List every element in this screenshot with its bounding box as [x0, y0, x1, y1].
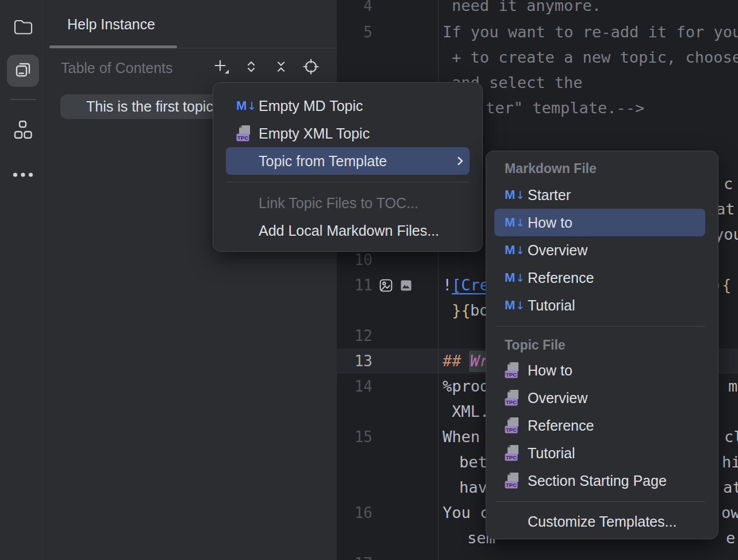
topic-file-icon: TPC: [505, 444, 528, 462]
more-tool-windows-button[interactable]: [7, 159, 39, 191]
topic-file-icon: TPC: [236, 125, 259, 142]
line-number: 14: [337, 374, 372, 399]
collapse-all-button[interactable]: [272, 59, 290, 76]
code-segment: his: [722, 450, 738, 475]
topic-file-icon: TPC: [505, 472, 528, 489]
submenu-item-reference-tpc[interactable]: TPC Reference: [494, 412, 705, 439]
code-segment: {: [722, 273, 731, 298]
toc-toolbar: Table of Contents: [46, 48, 337, 87]
line-number: 17: [337, 551, 372, 560]
topic-file-icon: TPC: [505, 389, 528, 406]
code-segment: XML.: [452, 399, 489, 424]
code-segment: need it anymore.: [452, 0, 601, 18]
code-segment: c: [724, 171, 733, 197]
add-topic-button[interactable]: [213, 59, 230, 76]
svg-text:TPC: TPC: [506, 454, 517, 461]
code-segment: %prod: [443, 374, 489, 399]
locate-file-button[interactable]: [302, 59, 320, 76]
more-icon: [13, 170, 33, 181]
markdown-file-icon: M↓: [505, 298, 528, 313]
submenu-item-tutorial-tpc[interactable]: TPC Tutorial: [494, 439, 705, 467]
project-folder-button[interactable]: [7, 11, 39, 44]
new-topic-menu: M↓ Empty MD Topic TPC Empty XML Topic To…: [213, 82, 483, 252]
writerside-tool-button[interactable]: [7, 55, 39, 87]
editor-row: 17: [337, 551, 738, 560]
folder-icon: [13, 18, 33, 37]
menu-item-empty-xml-topic[interactable]: TPC Empty XML Topic: [226, 120, 470, 147]
menu-item-add-local-markdown[interactable]: Add Local Markdown Files...: [226, 217, 470, 244]
code-segment: When: [443, 424, 480, 450]
line-number: 4: [337, 0, 372, 18]
submenu-item-how-to-md[interactable]: M↓ How to: [494, 209, 705, 236]
code-segment: !: [443, 273, 452, 298]
submenu-item-tutorial-md[interactable]: M↓ Tutorial: [494, 291, 705, 319]
line-number: 11: [337, 273, 372, 298]
activity-bar-divider: [10, 99, 36, 100]
code-segment: e: [726, 526, 735, 551]
submenu-item-section-starting-page[interactable]: TPC Section Starting Page: [494, 467, 705, 494]
editor-row: 5If you want to re-add it for your: [337, 20, 738, 45]
expand-all-icon: [244, 59, 259, 76]
submenu-item-overview-md[interactable]: M↓ Overview: [494, 236, 705, 264]
submenu-item-overview-tpc[interactable]: TPC Overview: [494, 384, 705, 412]
submenu-item-how-to-tpc[interactable]: TPC How to: [494, 356, 705, 384]
submenu-item-starter[interactable]: M↓ Starter: [494, 181, 705, 209]
markdown-file-icon: M↓: [236, 98, 259, 113]
menu-item-topic-from-template[interactable]: Topic from Template: [226, 147, 470, 175]
menu-item-link-topic-files[interactable]: Link Topic Files to TOC...: [226, 189, 470, 217]
markdown-file-icon: M↓: [505, 270, 528, 285]
structure-button[interactable]: [7, 115, 39, 147]
plus-dropdown-icon: [213, 58, 230, 78]
activity-bar: [0, 0, 46, 560]
editor-row: 4need it anymore.: [337, 0, 738, 18]
editor-row: + to create a new topic, choose t: [337, 45, 738, 70]
svg-text:TPC: TPC: [506, 427, 517, 433]
image-preview-icon[interactable]: [379, 278, 393, 293]
topic-file-icon: TPC: [505, 417, 528, 434]
expand-all-button[interactable]: [243, 59, 260, 76]
submenu-arrow-icon: [456, 155, 464, 167]
menu-separator: [226, 182, 470, 182]
template-submenu: Markdown File M↓ Starter M↓ How to M↓ Ov…: [486, 151, 718, 539]
section-header-topic-file: Topic File: [486, 333, 718, 356]
image-icon[interactable]: [401, 280, 412, 291]
code-segment: ter" template.-->: [486, 95, 644, 121]
svg-text:TPC: TPC: [506, 482, 517, 488]
menu-item-empty-md-topic[interactable]: M↓ Empty MD Topic: [226, 92, 470, 120]
code-segment: ##: [443, 348, 462, 374]
code-segment: You c: [443, 500, 489, 526]
section-header-markdown-file: Markdown File: [486, 156, 718, 181]
toc-section-title: Table of Contents: [61, 60, 173, 76]
markdown-file-icon: M↓: [505, 243, 528, 258]
line-number: 12: [337, 323, 372, 348]
line-number: 13: [337, 348, 372, 374]
toc-tool-icon: [13, 60, 33, 82]
submenu-item-reference-md[interactable]: M↓ Reference: [494, 264, 705, 291]
collapse-all-icon: [274, 59, 289, 76]
code-segment: ow: [721, 500, 738, 526]
submenu-item-customize-templates[interactable]: Customize Templates...: [494, 509, 705, 534]
markdown-file-icon: M↓: [505, 215, 528, 230]
code-segment: [Cre: [452, 273, 489, 298]
line-number: 15: [337, 424, 372, 450]
locate-target-icon: [303, 59, 319, 77]
panel-title: Help Instance: [67, 0, 155, 48]
panel-header: Help Instance: [46, 0, 337, 48]
line-number: 16: [337, 500, 372, 526]
code-segment: If you want to re-add it for your: [443, 20, 738, 45]
structure-icon: [13, 120, 33, 142]
code-segment: + to create a new topic, choose t: [452, 45, 738, 70]
menu-separator: [495, 501, 705, 502]
svg-text:TPC: TPC: [506, 399, 517, 405]
code-segment: }{: [452, 298, 471, 323]
svg-text:TPC: TPC: [237, 135, 248, 141]
code-segment: at: [723, 475, 738, 500]
code-segment: m: [728, 374, 737, 399]
menu-separator: [495, 326, 705, 327]
code-segment: at: [716, 197, 735, 222]
markdown-file-icon: M↓: [505, 187, 528, 202]
topic-file-icon: TPC: [505, 362, 528, 379]
svg-text:TPC: TPC: [506, 371, 517, 378]
line-number: 5: [337, 20, 372, 45]
code-segment: cl: [724, 424, 738, 450]
